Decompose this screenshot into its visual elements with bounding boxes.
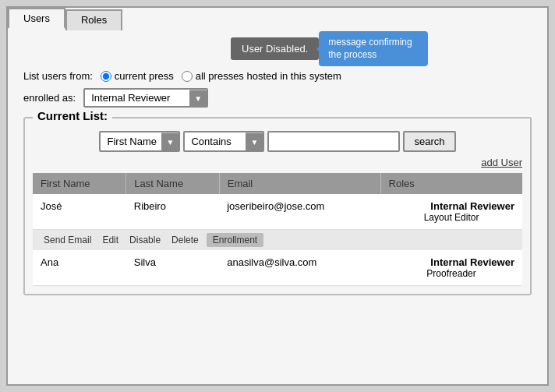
action-row: Send Email Edit Disable Delete Enrollmen… (33, 230, 522, 251)
filter-row: List users from: current press all press… (23, 70, 532, 82)
radio-all-presses[interactable]: all presses hosted in this system (182, 70, 341, 82)
user-disabled-badge: User Disabled. (231, 37, 319, 60)
col-email: Email (219, 173, 380, 194)
enrolled-as-label: enrolled as: (23, 92, 76, 104)
cell-last-name: Ribeiro (126, 194, 219, 230)
condition-select[interactable]: Contains Starts With Equals (183, 131, 264, 152)
enrolled-select[interactable]: Internal Reviewer Layout Editor Proofrea… (83, 88, 208, 108)
col-last-name: Last Name (126, 173, 219, 194)
send-email-button[interactable]: Send Email (41, 233, 94, 247)
table-row[interactable]: Ana Silva anasilva@silva.com Internal Re… (33, 250, 522, 286)
user-table: First Name Last Name Email Roles José Ri… (33, 173, 522, 286)
field-select-wrapper: First Name Last Name Email ▼ (99, 131, 180, 152)
action-buttons: Send Email Edit Disable Delete Enrollmen… (41, 233, 522, 247)
cell-roles: Internal Reviewer Layout Editor (380, 194, 522, 230)
cell-last-name: Silva (126, 250, 219, 286)
edit-button[interactable]: Edit (99, 233, 122, 247)
action-cell: Send Email Edit Disable Delete Enrollmen… (33, 230, 522, 251)
field-select[interactable]: First Name Last Name Email (99, 131, 180, 152)
cell-email: anasilva@silva.com (219, 250, 380, 286)
enrolled-row: enrolled as: Internal Reviewer Layout Ed… (23, 88, 532, 108)
cell-first-name: José (33, 194, 126, 230)
enrolled-select-wrapper: Internal Reviewer Layout Editor Proofrea… (83, 88, 208, 108)
add-user-button[interactable]: add User (481, 157, 522, 168)
col-roles: Roles (380, 173, 522, 194)
disable-button[interactable]: Disable (126, 233, 164, 247)
main-container: Users Roles User Disabled. message confi… (6, 6, 549, 386)
cell-first-name: Ana (33, 250, 126, 286)
cell-roles: Internal Reviewer Proofreader (380, 250, 522, 286)
search-button[interactable]: search (403, 131, 455, 152)
role-secondary: Proofreader (388, 268, 514, 279)
search-input[interactable] (267, 131, 400, 152)
role-secondary: Layout Editor (388, 212, 514, 223)
table-header-row: First Name Last Name Email Roles (33, 173, 522, 194)
notification-bar: User Disabled. message confirming the pr… (231, 31, 428, 66)
delete-button[interactable]: Delete (168, 233, 202, 247)
notification-tooltip: message confirming the process (319, 31, 428, 66)
radio-current-press[interactable]: current press (101, 70, 174, 82)
section-title: Current List: (33, 109, 112, 122)
add-user-row: add User (33, 157, 522, 168)
table-row[interactable]: José Ribeiro joseribeiro@jose.com Intern… (33, 194, 522, 230)
role-primary: Internal Reviewer (388, 256, 514, 268)
col-first-name: First Name (33, 173, 126, 194)
list-users-label: List users from: (23, 70, 93, 82)
search-row: First Name Last Name Email ▼ Contains St… (33, 131, 522, 152)
current-list-section: Current List: First Name Last Name Email… (23, 117, 532, 295)
condition-select-wrapper: Contains Starts With Equals ▼ (183, 131, 264, 152)
cell-email: joseribeiro@jose.com (219, 194, 380, 230)
enrollment-button[interactable]: Enrollment (207, 233, 263, 247)
tab-users[interactable]: Users (8, 8, 65, 29)
role-primary: Internal Reviewer (388, 200, 514, 212)
